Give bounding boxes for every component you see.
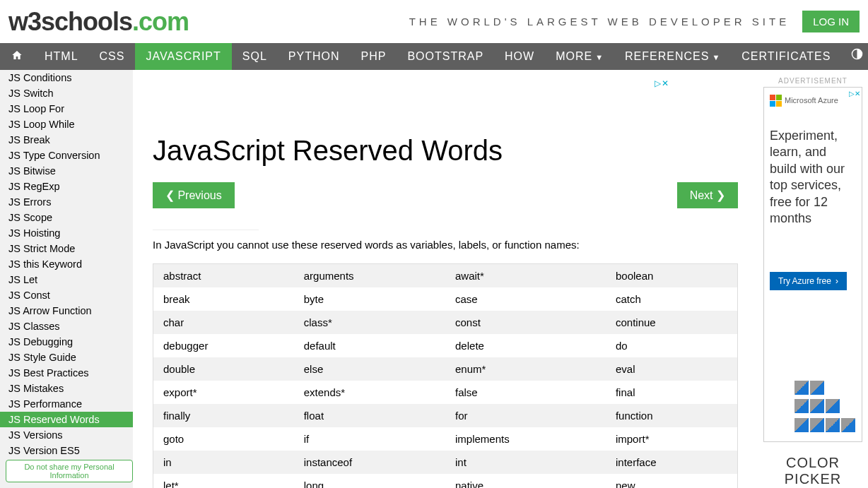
word-cell: long bbox=[294, 474, 445, 488]
nav-references[interactable]: REFERENCES▼ bbox=[614, 43, 731, 70]
table-row: charclass*constcontinue bbox=[153, 311, 738, 334]
sidenav-item[interactable]: JS Loop While bbox=[0, 117, 133, 132]
header-right: THE WORLD'S LARGEST WEB DEVELOPER SITE L… bbox=[409, 11, 860, 32]
sidenav-item[interactable]: JS Style Guide bbox=[0, 350, 133, 365]
word-cell: enum* bbox=[445, 357, 606, 381]
sidenav-item[interactable]: JS Versions bbox=[0, 427, 133, 443]
ad-label: ADVERTISEMENT bbox=[763, 77, 862, 85]
word-cell: for bbox=[445, 404, 606, 427]
word-cell: function bbox=[606, 404, 738, 427]
word-cell: debugger bbox=[153, 334, 294, 357]
sidenav-item[interactable]: JS Classes bbox=[0, 319, 133, 334]
sidenav-item[interactable]: JS Debugging bbox=[0, 334, 133, 350]
ad-corner-icons[interactable]: ▷✕ bbox=[849, 89, 860, 98]
sidenav-item[interactable]: JS Arrow Function bbox=[0, 303, 133, 319]
adchoices-icon: ▷ bbox=[655, 78, 661, 88]
close-icon: ✕ bbox=[662, 78, 669, 88]
nav-html[interactable]: HTML bbox=[34, 43, 89, 70]
ad-box[interactable]: ▷✕ Microsoft Azure Experiment, learn, an… bbox=[763, 87, 862, 442]
sidenav-item[interactable]: JS Bitwise bbox=[0, 163, 133, 179]
word-cell: native bbox=[445, 474, 606, 488]
word-cell: char bbox=[153, 311, 294, 334]
table-row: abstractargumentsawait*boolean bbox=[153, 264, 738, 288]
home-icon bbox=[11, 49, 23, 64]
sidenav-item[interactable]: JS RegExp bbox=[0, 179, 133, 194]
nav-sql[interactable]: SQL bbox=[232, 43, 278, 70]
nav-howto[interactable]: HOW TO bbox=[494, 43, 545, 70]
sidenav-item[interactable]: JS Switch bbox=[0, 85, 133, 101]
main-content: ▷✕ JavaScript Reserved Words ❮ Previous … bbox=[133, 70, 758, 488]
sidenav-item[interactable]: JS Mistakes bbox=[0, 381, 133, 396]
word-cell: import* bbox=[606, 427, 738, 451]
word-cell: class* bbox=[294, 311, 445, 334]
word-cell: delete bbox=[445, 334, 606, 357]
word-cell: interface bbox=[606, 451, 738, 474]
word-cell: new bbox=[606, 474, 738, 488]
nav-more[interactable]: MORE▼ bbox=[545, 43, 614, 70]
caret-down-icon: ▼ bbox=[595, 53, 604, 61]
divider bbox=[153, 230, 259, 230]
sidenav-item[interactable]: JS Loop For bbox=[0, 101, 133, 117]
nav-bootstrap[interactable]: BOOTSTRAP bbox=[397, 43, 494, 70]
next-button[interactable]: Next ❯ bbox=[677, 182, 738, 208]
table-row: ininstanceofintinterface bbox=[153, 451, 738, 474]
azure-btn-label: Try Azure free bbox=[778, 276, 831, 286]
page-title: JavaScript Reserved Words bbox=[153, 135, 738, 167]
nav-certificates[interactable]: CERTIFICATES bbox=[731, 43, 841, 70]
logo-text: w3schools bbox=[8, 7, 132, 36]
sidenav-item[interactable]: JS Conditions bbox=[0, 70, 133, 85]
contrast-button[interactable] bbox=[841, 43, 868, 70]
page-nav-buttons: ❮ Previous Next ❯ bbox=[153, 182, 738, 208]
right-column: ADVERTISEMENT ▷✕ Microsoft Azure Experim… bbox=[758, 70, 868, 488]
chevron-right-icon: › bbox=[835, 276, 838, 286]
sidenav-item[interactable]: JS Scope bbox=[0, 210, 133, 225]
word-cell: continue bbox=[606, 311, 738, 334]
nav-more-label: MORE bbox=[556, 50, 592, 62]
word-cell: else bbox=[294, 357, 445, 381]
sidenav-item[interactable]: JS Errors bbox=[0, 194, 133, 210]
sidenav-item-active[interactable]: JS Reserved Words bbox=[0, 412, 133, 427]
word-cell: abstract bbox=[153, 264, 294, 288]
tagline: THE WORLD'S LARGEST WEB DEVELOPER SITE bbox=[409, 16, 790, 28]
sidenav-item[interactable]: JS Type Conversion bbox=[0, 148, 133, 163]
nav-python[interactable]: PYTHON bbox=[278, 43, 351, 70]
ms-logo-icon bbox=[770, 95, 782, 107]
word-cell: float bbox=[294, 404, 445, 427]
privacy-button[interactable]: Do not share my Personal Information bbox=[6, 460, 133, 482]
azure-cta-button[interactable]: Try Azure free› bbox=[770, 272, 847, 290]
previous-button[interactable]: ❮ Previous bbox=[153, 182, 235, 208]
word-cell: arguments bbox=[294, 264, 445, 288]
sidenav-item[interactable]: JS Let bbox=[0, 272, 133, 287]
word-cell: catch bbox=[606, 287, 738, 311]
word-cell: default bbox=[294, 334, 445, 357]
contrast-icon bbox=[851, 49, 863, 63]
sidenav-item[interactable]: JS Hoisting bbox=[0, 225, 133, 241]
nav-php[interactable]: PHP bbox=[350, 43, 397, 70]
sidenav-item[interactable]: JS Strict Mode bbox=[0, 241, 133, 256]
login-button[interactable]: LOG IN bbox=[802, 11, 860, 32]
sidenav-item[interactable]: JS Best Practices bbox=[0, 365, 133, 381]
word-cell: goto bbox=[153, 427, 294, 451]
sidenav-item[interactable]: JS Const bbox=[0, 287, 133, 303]
nav-references-label: REFERENCES bbox=[625, 50, 709, 62]
table-row: export*extends*falsefinal bbox=[153, 381, 738, 404]
logo[interactable]: w3schools.com bbox=[8, 7, 189, 37]
nav-javascript[interactable]: JAVASCRIPT bbox=[135, 43, 231, 70]
nav-css[interactable]: CSS bbox=[89, 43, 136, 70]
top-nav: HTML CSS JAVASCRIPT SQL PYTHON PHP BOOTS… bbox=[0, 43, 868, 70]
nav-home[interactable] bbox=[0, 43, 34, 70]
sidenav-item[interactable]: JS Version ES5 bbox=[0, 443, 133, 458]
word-cell: int bbox=[445, 451, 606, 474]
word-cell: instanceof bbox=[294, 451, 445, 474]
table-row: finallyfloatforfunction bbox=[153, 404, 738, 427]
word-cell: eval bbox=[606, 357, 738, 381]
word-cell: byte bbox=[294, 287, 445, 311]
word-cell: double bbox=[153, 357, 294, 381]
sidenav-item[interactable]: JS this Keyword bbox=[0, 256, 133, 272]
sidenav-item[interactable]: JS Break bbox=[0, 132, 133, 148]
ms-logo: Microsoft Azure bbox=[770, 95, 856, 107]
sidenav-item[interactable]: JS Performance bbox=[0, 396, 133, 412]
word-cell: implements bbox=[445, 427, 606, 451]
reserved-words-table: abstractargumentsawait*boolean breakbyte… bbox=[153, 263, 738, 488]
ad-choices[interactable]: ▷✕ bbox=[655, 78, 669, 88]
